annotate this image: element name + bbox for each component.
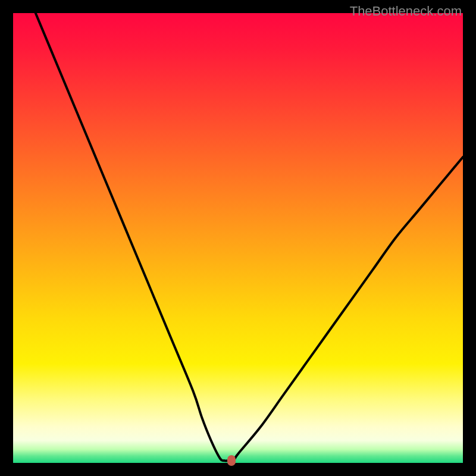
- watermark-text: TheBottleneck.com: [350, 4, 462, 19]
- bottleneck-curve-path: [36, 13, 463, 461]
- optimal-point-marker: [227, 455, 236, 466]
- bottleneck-chart: [13, 13, 463, 463]
